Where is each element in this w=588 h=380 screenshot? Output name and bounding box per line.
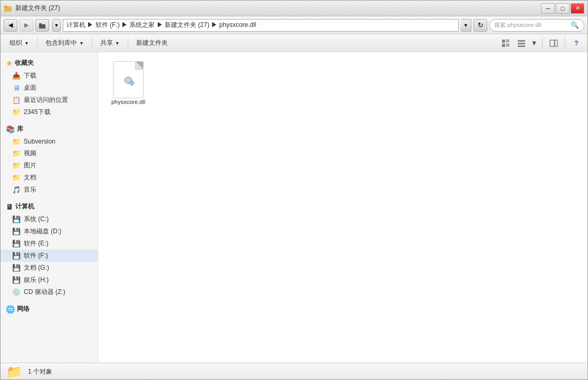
favorites-label: 收藏夹	[15, 59, 34, 68]
desktop-icon: 🖥	[12, 84, 21, 92]
sidebar: ★ 收藏夹 📥 下载 🖥 桌面 📋 最近访问的位置 📁 2345下载 📚 库 📁…	[1, 52, 98, 363]
status-folder-icon: 📁	[7, 365, 22, 379]
toolbar-separator-3	[128, 37, 128, 49]
drive-z-icon: 💿	[12, 288, 21, 297]
forward-button[interactable]: ▶	[20, 19, 33, 32]
dll-file-icon	[113, 61, 144, 98]
share-button[interactable]: 共享 ▼	[96, 36, 125, 50]
svg-rect-7	[506, 41, 509, 42]
maximize-button[interactable]: □	[556, 3, 570, 14]
window-icon	[4, 4, 12, 13]
main-layout: ★ 收藏夹 📥 下载 🖥 桌面 📋 最近访问的位置 📁 2345下载 📚 库 📁…	[1, 52, 587, 363]
close-button[interactable]: ✕	[571, 3, 584, 14]
help-button[interactable]: ?	[570, 37, 583, 50]
image-icon: 📁	[12, 162, 21, 170]
new-folder-button[interactable]: 新建文件夹	[131, 36, 173, 50]
address-bar: ◀ ▶ ▼ 计算机 ▶ 软件 (F:) ▶ 系统之家 ▶ 新建文件夹 (27) …	[1, 16, 587, 34]
address-path-arrow[interactable]: ▼	[461, 19, 471, 32]
view-list-button[interactable]	[515, 37, 528, 50]
svg-rect-8	[502, 44, 505, 47]
toolbar-separator-2	[92, 37, 92, 49]
sidebar-item-2345[interactable]: 📁 2345下载	[1, 106, 98, 118]
sidebar-item-download[interactable]: 📥 下载	[1, 70, 98, 82]
sidebar-item-h[interactable]: 💾 娱乐 (H:)	[1, 274, 98, 286]
svg-rect-9	[506, 44, 509, 45]
sidebar-item-d[interactable]: 💾 本地磁盘 (D:)	[1, 225, 98, 238]
svg-rect-12	[518, 43, 525, 44]
breadcrumb: 计算机 ▶ 软件 (F:) ▶ 系统之家 ▶ 新建文件夹 (27) ▶ phys…	[67, 21, 256, 30]
preview-pane-button[interactable]	[547, 37, 561, 50]
toolbar-separator-5	[565, 37, 565, 49]
toolbar-separator-4	[542, 37, 543, 49]
sidebar-item-f[interactable]: 💾 软件 (F:)	[1, 250, 98, 262]
title-bar: 新建文件夹 (27) ─ □ ✕	[1, 1, 587, 16]
sidebar-item-doc[interactable]: 📁 文档	[1, 172, 98, 184]
sidebar-item-z[interactable]: 💿 CD 驱动器 (Z:)	[1, 286, 98, 298]
title-bar-text: 新建文件夹 (27)	[15, 4, 60, 13]
svg-rect-4	[39, 23, 42, 25]
video-icon: 📁	[12, 149, 21, 158]
file-item-physxcore[interactable]: physxcore.dll	[105, 59, 152, 109]
svg-rect-2	[4, 5, 7, 7]
svg-rect-11	[518, 40, 525, 42]
up-button[interactable]	[35, 19, 49, 32]
address-path[interactable]: 计算机 ▶ 软件 (F:) ▶ 系统之家 ▶ 新建文件夹 (27) ▶ phys…	[63, 19, 459, 32]
refresh-button[interactable]: ↻	[473, 19, 487, 32]
file-icon-container	[111, 63, 145, 97]
subversion-icon: 📁	[12, 137, 21, 146]
svg-rect-15	[555, 40, 557, 46]
folder-dropdown-button[interactable]: ▼	[52, 19, 61, 32]
status-text: 1 个对象	[28, 367, 52, 376]
library-header[interactable]: 📚 库	[1, 122, 98, 136]
title-bar-left: 新建文件夹 (27)	[4, 4, 60, 13]
download-icon: 📥	[12, 72, 21, 80]
sidebar-item-recent[interactable]: 📋 最近访问的位置	[1, 94, 98, 106]
toolbar: 组织 ▼ 包含到库中 ▼ 共享 ▼ 新建文件夹	[1, 34, 587, 52]
2345-icon: 📁	[12, 108, 21, 117]
sidebar-item-video[interactable]: 📁 视频	[1, 147, 98, 159]
search-box[interactable]: 搜索 physxcore.dll 🔍	[489, 19, 584, 32]
drive-d-icon: 💾	[12, 227, 21, 236]
search-icon[interactable]: 🔍	[570, 21, 580, 30]
organize-button[interactable]: 组织 ▼	[5, 36, 34, 50]
status-bar: 📁 1 个对象	[1, 363, 587, 380]
doc-icon: 📁	[12, 174, 21, 182]
file-name: physxcore.dll	[111, 99, 145, 105]
search-placeholder: 搜索 physxcore.dll	[494, 21, 541, 29]
music-icon: 🎵	[12, 186, 21, 194]
drive-h-icon: 💾	[12, 276, 21, 284]
recent-icon: 📋	[12, 96, 21, 104]
view-dropdown-button[interactable]: ▼	[530, 37, 538, 50]
back-button[interactable]: ◀	[4, 19, 17, 32]
sidebar-item-c[interactable]: 💾 系统 (C:)	[1, 213, 98, 225]
sidebar-item-e[interactable]: 💾 软件 (E:)	[1, 238, 98, 250]
drive-g-icon: 💾	[12, 264, 21, 272]
computer-header[interactable]: 🖥 计算机	[1, 200, 98, 213]
svg-rect-3	[39, 24, 45, 28]
svg-rect-13	[518, 45, 525, 47]
minimize-button[interactable]: ─	[541, 3, 555, 14]
sidebar-item-subversion[interactable]: 📁 Subversion	[1, 136, 98, 147]
drive-e-icon: 💾	[12, 240, 21, 248]
include-lib-button[interactable]: 包含到库中 ▼	[41, 36, 89, 50]
toolbar-separator-1	[37, 37, 37, 49]
svg-rect-6	[506, 40, 509, 41]
sidebar-item-music[interactable]: 🎵 音乐	[1, 184, 98, 196]
sidebar-item-desktop[interactable]: 🖥 桌面	[1, 82, 98, 94]
sidebar-item-image[interactable]: 📁 图片	[1, 159, 98, 172]
network-header[interactable]: 🌐 网络	[1, 302, 98, 316]
gear-icon	[118, 70, 139, 94]
drive-f-icon: 💾	[12, 252, 21, 260]
svg-rect-5	[502, 40, 505, 43]
computer-label: 计算机	[15, 202, 34, 211]
gear-svg	[118, 70, 139, 91]
view-preview-button[interactable]	[499, 37, 513, 50]
drive-c-icon: 💾	[12, 215, 21, 224]
favorites-header[interactable]: ★ 收藏夹	[1, 56, 98, 70]
network-label: 网络	[17, 305, 30, 314]
svg-rect-10	[506, 45, 509, 46]
toolbar-right: ▼ ?	[499, 37, 583, 50]
sidebar-item-g[interactable]: 💾 文档 (G:)	[1, 262, 98, 274]
content-area: physxcore.dll	[98, 52, 587, 363]
library-label: 库	[17, 125, 23, 134]
